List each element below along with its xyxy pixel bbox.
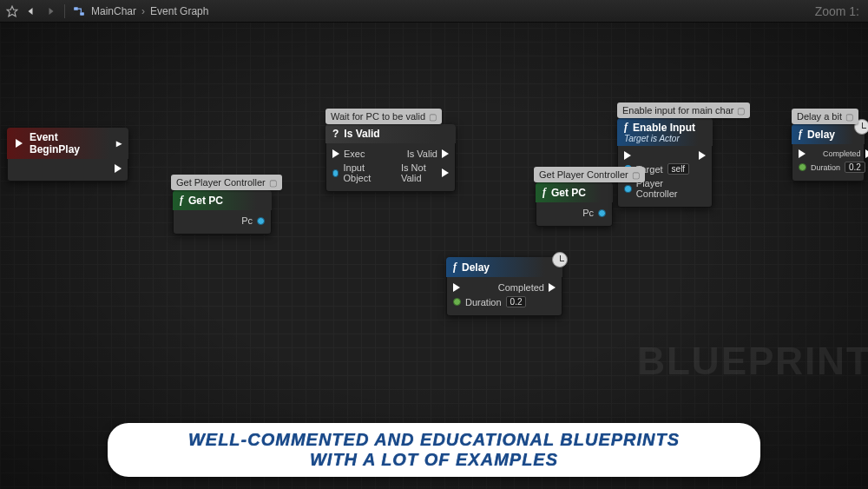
bubble-icon: ▢ [737,106,745,116]
graph-canvas[interactable] [0,0,868,489]
marketing-banner: WELL-COMMENTED AND EDUCATIONAL BLUEPRINT… [108,423,760,477]
bubble-icon: ▢ [845,112,853,122]
comment-text: Get Player Controller [176,177,266,188]
exec-in-pin[interactable] [624,151,631,160]
comment-bubble[interactable]: Enable input for main char▢ [617,102,750,118]
is-valid-out-pin[interactable]: Is Valid [407,149,449,159]
comment-bubble[interactable]: Get Player Controller▢ [171,175,282,190]
zoom-label: Zoom 1: [815,4,863,18]
function-icon: f [542,186,546,199]
toolbar-separator [64,4,65,18]
function-icon: f [624,121,628,134]
back-icon[interactable] [24,4,38,18]
duration-input[interactable]: 0.2 [845,162,865,173]
pin-label: Is Valid [407,149,437,159]
pin-label: Duration [811,163,840,172]
svg-rect-3 [74,7,78,10]
node-title: Is Valid [344,128,379,140]
completed-out-pin[interactable]: Completed [823,149,868,158]
breadcrumb-root[interactable]: MainChar [91,5,136,17]
question-icon: ? [332,128,339,140]
node-delay-loop[interactable]: f Delay Completed Duration 0.2 [446,257,562,316]
pin-label: Completed [498,282,544,293]
event-icon [14,138,24,149]
breadcrumb[interactable]: MainChar › Event Graph [91,5,208,17]
exec-in-pin[interactable]: Exec [332,149,365,159]
exec-in-pin[interactable] [799,149,806,158]
node-enable-input[interactable]: f Enable Input Target is Actor Target se… [617,118,713,208]
function-icon: f [180,194,183,207]
pc-out-pin[interactable]: Pc [241,215,265,226]
exec-out-pin[interactable] [115,164,122,173]
comment-bubble[interactable]: Get Player Controller▢ [534,167,645,182]
chevron-right-icon: ▸ [116,137,122,149]
node-title: Get PC [551,187,586,199]
pin-label: Is Not Valid [401,162,437,183]
toolbar: MainChar › Event Graph Zoom 1: [0,0,868,23]
is-not-valid-out-pin[interactable]: Is Not Valid [401,162,449,183]
node-is-valid[interactable]: ? Is Valid Exec Is Valid Input Object Is… [326,124,456,192]
comment-bubble[interactable]: Wait for PC to be valid▢ [326,109,442,124]
favorite-icon[interactable] [5,4,19,18]
node-get-pc-1[interactable]: f Get PC Pc [173,190,272,235]
pin-label: Input Object [343,162,383,183]
comment-bubble[interactable]: Delay a bit▢ [792,109,858,124]
node-delay-bit[interactable]: f Delay Completed Duration 0.2 [792,124,865,182]
node-title: Delay [462,261,490,274]
target-self-value: self [667,163,690,175]
pin-label: Duration [465,297,502,307]
svg-marker-2 [7,6,17,17]
pin-label: Exec [344,149,365,159]
pin-label: Pc [582,208,594,218]
pin-label: Pc [241,215,253,226]
duration-pin[interactable]: Duration 0.2 [453,296,526,307]
pin-label: Completed [823,149,861,158]
function-icon: f [453,261,457,274]
bubble-icon: ▢ [632,170,640,180]
pin-label: Player Controller [636,178,706,199]
node-subtitle: Target is Actor [624,134,706,143]
node-title: Enable Input [633,122,695,134]
comment-text: Enable input for main char [622,105,733,116]
pc-out-pin[interactable]: Pc [582,208,606,218]
svg-rect-4 [80,12,84,16]
clock-icon [552,252,568,268]
exec-out-pin[interactable] [699,151,706,160]
completed-out-pin[interactable]: Completed [498,282,556,293]
function-icon: f [799,128,802,141]
duration-pin[interactable]: Duration 0.2 [799,162,865,173]
banner-line2: WITH A LOT OF EXAMPLES [310,450,558,469]
node-title: Event BeginPlay [30,131,111,155]
forward-icon[interactable] [43,4,57,18]
banner-line1: WELL-COMMENTED AND EDUCATIONAL BLUEPRINT… [188,430,680,449]
node-get-pc-2[interactable]: f Get PC Pc [536,182,613,227]
input-object-pin[interactable]: Input Object [332,162,384,183]
chevron-right-icon: › [141,5,145,17]
exec-in-pin[interactable] [453,282,460,293]
breadcrumb-leaf[interactable]: Event Graph [150,5,208,17]
comment-text: Wait for PC to be valid [331,111,425,122]
node-event-beginplay[interactable]: Event BeginPlay ▸ [7,128,128,182]
duration-input[interactable]: 0.2 [506,296,527,307]
bubble-icon: ▢ [429,112,437,122]
node-title: Get PC [188,195,223,207]
graph-icon[interactable] [72,4,86,18]
node-title: Delay [807,129,835,141]
watermark: BLUEPRINT [637,340,868,383]
bubble-icon: ▢ [269,178,277,188]
comment-text: Delay a bit [797,111,842,122]
comment-text: Get Player Controller [539,169,628,180]
